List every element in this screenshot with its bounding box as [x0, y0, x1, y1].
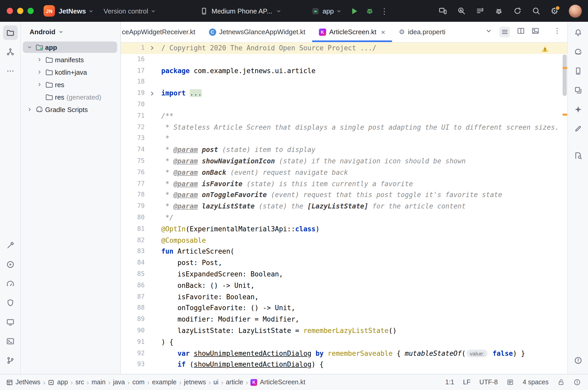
line-number[interactable]: 89: [121, 314, 147, 325]
edit-pencil-button[interactable]: [571, 121, 585, 136]
line-number[interactable]: 16: [121, 54, 147, 65]
reader-mode-icon[interactable]: [507, 379, 514, 386]
run-config-selector[interactable]: app: [323, 7, 341, 15]
chevron-right-icon[interactable]: [35, 57, 44, 63]
line-number[interactable]: 87: [121, 291, 147, 303]
tab-articlescreen-kt[interactable]: KArticleScreen.kt×: [312, 22, 392, 42]
project-view-selector[interactable]: Android: [21, 26, 120, 41]
line-number[interactable]: 76: [121, 167, 147, 178]
search-text-button[interactable]: [457, 7, 466, 15]
tree-item-res-generated[interactable]: res(generated): [21, 91, 120, 103]
device-manager-button[interactable]: [571, 64, 585, 78]
run-circle-button[interactable]: [3, 257, 17, 272]
chevron-down-icon[interactable]: [25, 44, 34, 50]
more-horizontal-button[interactable]: [3, 64, 17, 78]
line-number[interactable]: 72: [121, 122, 147, 133]
close-icon[interactable]: ×: [381, 28, 385, 36]
version-control-menu[interactable]: Version control: [104, 7, 156, 15]
inspections-warning-icon[interactable]: [541, 46, 549, 52]
inspections-widget-icon[interactable]: [573, 379, 581, 386]
ai-bug-button[interactable]: [495, 7, 503, 15]
breadcrumb-java[interactable]: java: [113, 379, 125, 386]
gradle-button[interactable]: [571, 45, 585, 59]
line-number[interactable]: 86: [121, 280, 147, 291]
more-vertical-button[interactable]: [553, 27, 561, 37]
line-number[interactable]: 70: [121, 99, 147, 110]
maximize-window-button[interactable]: [27, 8, 34, 14]
line-number[interactable]: 71: [121, 110, 147, 122]
line-number[interactable]: 18: [121, 76, 147, 88]
find-document-button[interactable]: [571, 148, 585, 163]
indent-style[interactable]: 4 spaces: [523, 379, 549, 386]
run-button[interactable]: [350, 7, 358, 15]
breadcrumb-article[interactable]: article: [226, 379, 243, 386]
tab-idea-properti[interactable]: ⚙idea.properti: [392, 22, 452, 42]
close-window-button[interactable]: [7, 8, 13, 14]
fold-arrow-icon[interactable]: [147, 43, 157, 54]
chevron-right-icon[interactable]: [25, 106, 34, 113]
line-number[interactable]: 77: [121, 178, 147, 190]
breadcrumb-articlescreen-kt[interactable]: KArticleScreen.kt: [251, 379, 305, 386]
tree-item-res[interactable]: res: [21, 78, 120, 91]
debug-button[interactable]: [365, 7, 374, 15]
line-number[interactable]: 17: [121, 65, 147, 76]
fold-arrow-icon[interactable]: [147, 88, 157, 99]
problems-button[interactable]: [571, 353, 585, 368]
line-number[interactable]: 74: [121, 144, 147, 156]
breadcrumb-jetnews[interactable]: JetNews: [6, 379, 40, 386]
breadcrumb-main[interactable]: main: [92, 379, 106, 386]
tree-item-gradle-scripts[interactable]: Gradle Scripts: [21, 103, 120, 116]
more-run-actions-button[interactable]: ⋮: [380, 7, 388, 15]
write-access-unlock-icon[interactable]: [557, 379, 565, 386]
line-number[interactable]: 82: [121, 235, 147, 246]
avatar[interactable]: [569, 4, 582, 17]
structure-button[interactable]: [3, 45, 17, 59]
gradle-sync-button[interactable]: [513, 7, 522, 15]
editor[interactable]: 1/ Copyright 2020 The Android Open Sourc…: [121, 43, 567, 374]
device-selector[interactable]: Medium Phone AP...: [200, 0, 282, 22]
line-number[interactable]: 91: [121, 336, 147, 348]
warning-stripe-mark[interactable]: [563, 114, 567, 116]
caret-position[interactable]: 1:1: [445, 379, 454, 386]
line-number[interactable]: 85: [121, 269, 147, 280]
breadcrumb-com[interactable]: com: [132, 379, 144, 386]
editor-scrollbar-thumb[interactable]: [563, 54, 567, 96]
line-number[interactable]: 88: [121, 303, 147, 314]
image-preview-button[interactable]: [531, 27, 539, 37]
line-number[interactable]: 79: [121, 201, 147, 212]
project-folder-button[interactable]: [3, 25, 17, 40]
chevron-right-icon[interactable]: [35, 69, 44, 75]
settings-button[interactable]: ⚙: [551, 6, 559, 15]
line-number[interactable]: 84: [121, 257, 147, 269]
line-number[interactable]: 90: [121, 325, 147, 337]
tab-ceappwidgetreceiver-kt[interactable]: ceAppWidgetReceiver.kt: [121, 22, 202, 42]
profiler-lines-button[interactable]: [476, 7, 484, 15]
line-number[interactable]: 78: [121, 190, 147, 201]
line-number[interactable]: 80: [121, 212, 147, 224]
terminal-button[interactable]: [3, 334, 17, 349]
notifications-button[interactable]: [571, 25, 585, 40]
breadcrumb-example[interactable]: example: [152, 379, 177, 386]
line-number[interactable]: 92: [121, 348, 147, 359]
warning-stripe-mark[interactable]: [563, 67, 567, 69]
breadcrumb-app[interactable]: app: [48, 379, 68, 386]
project-menu[interactable]: JetNews: [59, 7, 94, 15]
list-view-button[interactable]: [499, 26, 510, 37]
running-devices-button[interactable]: [3, 315, 17, 329]
line-number[interactable]: 93: [121, 359, 147, 371]
resource-layers-button[interactable]: [571, 83, 585, 97]
line-number[interactable]: 83: [121, 246, 147, 257]
line-number[interactable]: 75: [121, 156, 147, 167]
breadcrumb-src[interactable]: src: [75, 379, 84, 386]
line-number[interactable]: 81: [121, 224, 147, 235]
build-hammer-button[interactable]: [3, 238, 17, 253]
tree-item-kotlin-java[interactable]: kotlin+java: [21, 66, 120, 78]
line-number[interactable]: 1: [121, 43, 147, 54]
file-encoding[interactable]: UTF-8: [479, 379, 498, 386]
chevron-down-button[interactable]: [485, 27, 493, 37]
search-everywhere-button[interactable]: [532, 7, 540, 15]
line-number[interactable]: 73: [121, 133, 147, 144]
minimize-window-button[interactable]: [17, 8, 23, 14]
breadcrumb-jetnews[interactable]: jetnews: [184, 379, 206, 386]
tree-item-manifests[interactable]: manifests: [21, 53, 120, 66]
